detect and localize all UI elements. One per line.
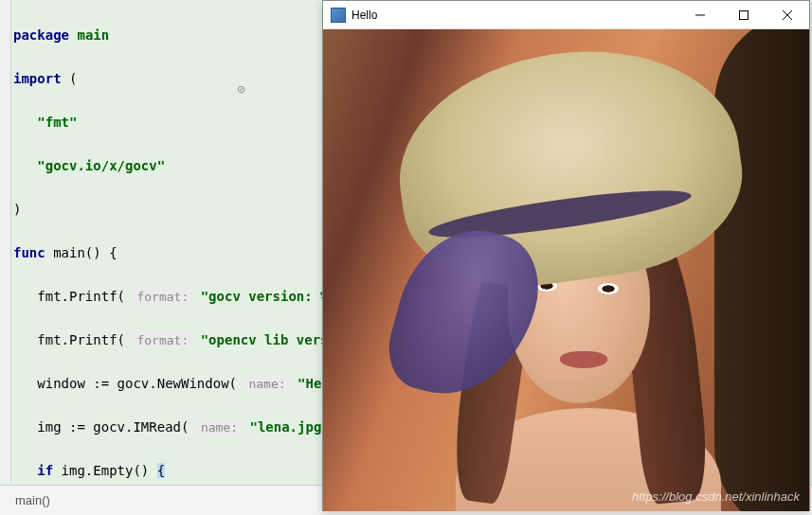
window-title: Hello [352,9,678,22]
keyword-package: package [13,27,69,43]
image-decor [714,29,809,511]
watermark-text: https://blog.csdn.net/xinlinhack [632,489,800,504]
svg-rect-1 [740,10,749,19]
output-window: Hello https://blog.csdn.net/xinlinhack [322,0,810,511]
breadcrumb-item[interactable]: main() [15,493,50,507]
minimize-button[interactable] [678,1,722,29]
param-hint: name: [244,376,289,392]
close-button[interactable] [766,1,809,29]
param-hint: format: [133,332,192,348]
keyword-if: if [37,463,53,478]
image-decor [560,351,607,368]
maximize-button[interactable] [722,1,766,29]
image-viewport: https://blog.csdn.net/xinlinhack [323,29,809,511]
image-decor [598,283,619,294]
string-literal: "opencv lib vers [201,332,329,347]
identifier: main [77,27,109,43]
window-icon [331,8,346,23]
param-hint: name: [197,419,242,435]
brace-match: { [157,463,165,478]
param-hint: format: [133,289,192,305]
string-literal: "gocv.io/x/gocv" [37,158,165,173]
editor-gutter[interactable] [0,0,11,483]
string-literal: "lena.jpg" [249,419,329,435]
keyword-import: import [13,71,62,86]
window-titlebar[interactable]: Hello [323,1,809,29]
string-literal: "gocv version: % [201,289,329,304]
keyword-func: func [13,245,45,260]
string-literal: "fmt" [37,115,77,130]
collapse-icon[interactable]: ⊘ [237,83,252,95]
